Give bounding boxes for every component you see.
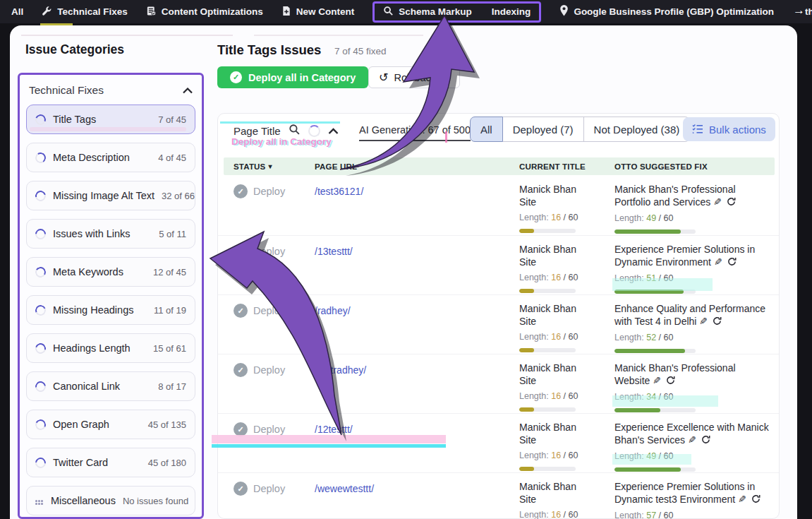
nav-item-schema-markup[interactable]: Schema Markup xyxy=(383,6,472,18)
column-header-page-url: PAGE URL xyxy=(315,162,519,171)
sidebar-item-count: 8 of 17 xyxy=(158,381,186,392)
edit-icon[interactable]: ✎ xyxy=(653,374,661,387)
table-row: ✓Deploy /13testtt/ Manick Bhan Site Leng… xyxy=(218,235,779,294)
loading-spinner-icon xyxy=(308,125,320,137)
refresh-icon[interactable] xyxy=(751,494,761,506)
current-length: Length: 16 / 60 xyxy=(519,391,606,401)
page-url-link[interactable]: /radhey/ xyxy=(315,305,351,316)
page-url-link[interactable]: /13testtt/ xyxy=(315,246,353,257)
deploy-all-label: Deploy all in Category xyxy=(248,72,356,83)
nav-item-all[interactable]: All xyxy=(11,6,23,17)
sidebar-item-label: Twitter Card xyxy=(53,457,141,468)
tab-deployed[interactable]: Deployed (7) xyxy=(503,117,584,142)
edit-icon[interactable]: ✎ xyxy=(699,315,708,328)
sidebar-item-missing-image-alt-text[interactable]: Missing Image Alt Text 32 of 66 xyxy=(26,181,195,210)
issues-table-panel: Page Title AI Generation: 67 of 500 All … xyxy=(217,113,780,519)
current-length-bar xyxy=(519,289,576,293)
check-circle-icon: ✓ xyxy=(230,71,242,83)
refresh-icon[interactable] xyxy=(701,434,710,447)
nav-item-all-label: All xyxy=(11,6,23,17)
nav-item-gbp-label: Google Business Profile (GBP) Optimizati… xyxy=(574,6,774,17)
suggested-title-text: Manick Bhan's Professional Portfolio and… xyxy=(614,183,769,210)
tab-not-deployed[interactable]: Not Deployed (38) xyxy=(584,117,691,142)
deploy-toggle[interactable]: ✓Deploy xyxy=(234,244,315,258)
nav-item-indexing-label: Indexing xyxy=(492,6,531,17)
refresh-icon[interactable] xyxy=(666,375,675,388)
suggested-length: Length: 49 / 60 xyxy=(614,451,769,461)
edit-icon[interactable]: ✎ xyxy=(714,256,722,268)
suggested-title-text: Experience Premier Solutions in Dynamic … xyxy=(614,243,769,270)
nav-item-new-content[interactable]: New Content xyxy=(281,6,355,18)
deploy-toggle[interactable]: ✓Deploy xyxy=(234,482,315,496)
rollback-all-button[interactable]: ↺ Roll back all xyxy=(368,66,460,88)
sidebar-item-title-tags[interactable]: Title Tags 7 of 45 xyxy=(26,105,195,134)
sidebar-item-meta-keywords[interactable]: Meta Keywords 12 of 45 xyxy=(26,257,195,287)
nav-highlight-box: Schema Markup Indexing xyxy=(372,1,541,23)
suggested-length-bar xyxy=(614,467,696,472)
page-title-filter[interactable]: Page Title xyxy=(234,124,339,138)
table-row: ✓Deploy /12testtt/ Manick Bhan Site Leng… xyxy=(218,413,779,472)
deploy-all-button[interactable]: ✓ Deploy all in Category xyxy=(217,66,368,88)
refresh-icon[interactable] xyxy=(727,196,736,209)
sidebar-item-count: 12 of 45 xyxy=(153,267,186,278)
page-url-link[interactable]: /test36121/ xyxy=(315,186,363,197)
suggested-title-text: Experience Premier Solutions in Dynamic … xyxy=(614,480,769,507)
page-title: Title Tags Issues xyxy=(217,42,321,58)
progress-ring-icon xyxy=(34,112,48,126)
rollback-label: Roll back all xyxy=(394,72,449,83)
chevron-up-icon[interactable] xyxy=(183,84,193,97)
sidebar-item-open-graph[interactable]: Open Graph 45 of 135 xyxy=(26,410,195,439)
column-header-status[interactable]: STATUS ▾ xyxy=(234,162,315,171)
edit-icon[interactable]: ✎ xyxy=(713,196,722,208)
progress-ring-icon xyxy=(33,226,48,241)
nav-item-technical-fixes[interactable]: Technical Fixes xyxy=(42,6,128,18)
current-length: Length: 16 / 60 xyxy=(519,273,606,282)
top-nav: All Technical Fixes Content Optimization… xyxy=(0,0,812,23)
sidebar-item-count: 45 of 180 xyxy=(148,458,186,468)
current-length-bar xyxy=(519,348,576,352)
search-icon xyxy=(383,6,394,18)
sidebar-item-headings-length[interactable]: Headings Length 15 of 61 xyxy=(26,333,195,363)
sidebar-item-miscellaneous[interactable]: Miscellaneous No issues found xyxy=(26,486,195,515)
suggested-title-text: Enhance Quality and Performance with Tes… xyxy=(614,302,769,329)
sidebar-item-issues-with-links[interactable]: Issues with Links 5 of 11 xyxy=(26,219,195,249)
tab-all[interactable]: All xyxy=(470,117,503,142)
deploy-toggle[interactable]: ✓Deploy xyxy=(234,422,315,436)
page-url-link[interactable]: /testradhey/ xyxy=(315,364,366,376)
edit-icon[interactable]: ✎ xyxy=(688,434,696,446)
sidebar-item-label: Headings Length xyxy=(53,342,146,354)
suggested-length-bar xyxy=(614,349,696,353)
refresh-icon[interactable] xyxy=(713,316,722,328)
chevron-up-icon[interactable] xyxy=(328,125,339,137)
current-length-bar xyxy=(519,407,576,412)
category-group-header[interactable]: Technical Fixes xyxy=(26,82,195,105)
search-icon[interactable] xyxy=(289,124,301,138)
edit-icon[interactable]: ✎ xyxy=(738,493,746,506)
sidebar-item-label: Open Graph xyxy=(53,419,141,430)
sidebar-item-missing-headings[interactable]: Missing Headings 11 of 19 xyxy=(26,295,195,325)
filter-label: Page Title xyxy=(234,125,281,137)
bulk-actions-button[interactable]: Bulk actions xyxy=(683,117,775,141)
sidebar-item-canonical-link[interactable]: Canonical Link 8 of 17 xyxy=(26,371,195,401)
deploy-label: Deploy xyxy=(253,305,285,316)
dots-icon xyxy=(35,500,37,502)
deploy-toggle[interactable]: ✓Deploy xyxy=(234,304,315,318)
sidebar-item-label: Canonical Link xyxy=(53,381,151,392)
deploy-toggle[interactable]: ✓Deploy xyxy=(234,363,315,377)
nav-item-indexing[interactable]: Indexing xyxy=(492,6,531,17)
nav-item-content-optimizations[interactable]: Content Optimizations xyxy=(146,6,263,18)
deploy-label: Deploy xyxy=(253,483,285,494)
nav-item-gbp[interactable]: Google Business Profile (GBP) Optimizati… xyxy=(559,5,774,18)
current-title-text: Manick Bhan Site xyxy=(519,362,590,388)
nav-scroll-right-icon[interactable]: → xyxy=(787,4,805,18)
refresh-icon[interactable] xyxy=(727,256,737,269)
page-url-link[interactable]: /12testtt/ xyxy=(315,424,353,435)
page-url-link[interactable]: /wewewtesttt/ xyxy=(315,483,374,494)
current-title-text: Manick Bhan Site xyxy=(519,302,590,328)
document-check-icon xyxy=(146,6,157,18)
sidebar-item-twitter-card[interactable]: Twitter Card 45 of 180 xyxy=(26,448,195,477)
sidebar-item-meta-description[interactable]: Meta Description 4 of 45 xyxy=(26,143,195,172)
deploy-filter-tabs: All Deployed (7) Not Deployed (38) xyxy=(470,117,690,142)
deploy-toggle[interactable]: ✓Deploy xyxy=(234,184,315,198)
current-length: Length: 16 / 60 xyxy=(519,213,606,222)
